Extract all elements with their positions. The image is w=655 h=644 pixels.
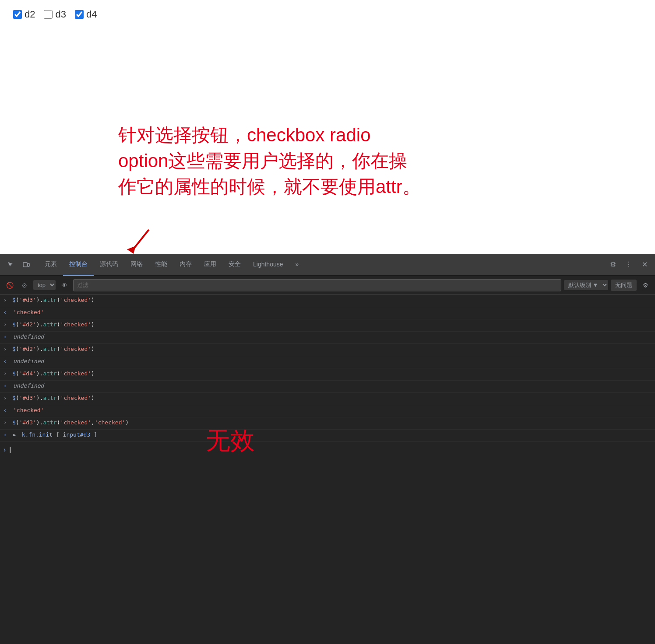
settings-icon[interactable]: ⚙ [606, 258, 620, 272]
device-icon[interactable] [19, 258, 33, 272]
tab-more[interactable]: » [289, 254, 305, 276]
entry-4-wrapper: › $('#d4').attr('checked') 无效 [0, 368, 655, 381]
checkbox-d2-label: d2 [13, 9, 35, 20]
log-entry-6-output: ‹ ► k.fn.init [ input#d3 ] [0, 430, 655, 442]
log-entry-3-output: ‹ undefined [0, 356, 655, 368]
input-arrow-1[interactable]: › [4, 297, 10, 303]
log-output-4: undefined [13, 382, 44, 389]
checkbox-d3[interactable] [44, 10, 53, 19]
checkbox-d4-label: d4 [75, 9, 97, 20]
tab-elements[interactable]: 元素 [39, 254, 63, 276]
checkbox-row: d2 d3 d4 [13, 9, 642, 20]
arrow-icon [123, 228, 158, 254]
devtools-icon-group [4, 258, 33, 272]
checkbox-d2[interactable] [13, 10, 22, 19]
output-arrow-3: ‹ [4, 358, 10, 364]
input-arrow-3[interactable]: › [4, 346, 10, 352]
output-arrow-4: ‹ [4, 383, 10, 389]
annotation-line1: 针对选择按钮，checkbox radio [118, 122, 421, 148]
more-options-icon[interactable]: ⋮ [622, 258, 636, 272]
tab-sources[interactable]: 源代码 [94, 254, 124, 276]
log-level-selector[interactable]: 默认级别 ▼ [564, 280, 608, 290]
log-code-1: $('#d3').attr('checked') [12, 297, 95, 303]
tab-performance[interactable]: 性能 [149, 254, 173, 276]
log-code-4: $('#d4').attr('checked') [12, 370, 95, 377]
svg-rect-3 [28, 263, 29, 266]
tab-lighthouse[interactable]: Lighthouse [247, 254, 289, 276]
tab-network[interactable]: 网络 [124, 254, 149, 276]
log-output-6: ► k.fn.init [ input#d3 ] [13, 431, 97, 438]
console-input-line[interactable]: › | [0, 442, 655, 458]
invalid-annotation: 无效 [206, 424, 255, 458]
input-caret-icon: › [4, 446, 6, 454]
output-arrow-5: ‹ [4, 407, 10, 413]
tab-application[interactable]: 应用 [198, 254, 222, 276]
checkbox-d3-text: d3 [55, 9, 66, 20]
log-entry-3-input: › $('#d2').attr('checked') [0, 344, 655, 356]
output-arrow-1: ‹ [4, 309, 10, 315]
console-toolbar: 🚫 ⊘ top 👁 默认级别 ▼ 无问题 ⚙ [0, 276, 655, 295]
input-arrow-6[interactable]: › [4, 420, 10, 426]
log-output-5: 'checked' [13, 407, 44, 413]
tab-security[interactable]: 安全 [222, 254, 247, 276]
eye-icon[interactable]: 👁 [58, 279, 70, 291]
log-output-2: undefined [13, 333, 44, 340]
log-code-6: $('#d3').attr('checked','checked') [12, 419, 129, 426]
log-entry-4-input: › $('#d4').attr('checked') [0, 368, 655, 381]
console-cursor: | [9, 446, 11, 454]
filter-input[interactable] [73, 279, 561, 291]
close-devtools-icon[interactable]: ✕ [637, 258, 651, 272]
log-code-2: $('#d2').attr('checked') [12, 321, 95, 328]
log-entry-4-output: ‹ undefined [0, 381, 655, 393]
svg-marker-1 [127, 246, 136, 254]
devtools-tabs-bar: 元素 控制台 源代码 网络 性能 内存 应用 安全 Lighthouse » ⚙… [0, 254, 655, 276]
console-log: › $('#d3').attr('checked') ‹ 'checked' ›… [0, 295, 655, 458]
checkbox-d3-label: d3 [44, 9, 66, 20]
clear-console-icon[interactable]: 🚫 [4, 279, 16, 291]
context-selector[interactable]: top [33, 280, 56, 290]
console-settings-icon[interactable]: ⚙ [639, 279, 651, 291]
console-log-wrapper: › $('#d3').attr('checked') ‹ 'checked' ›… [0, 295, 655, 458]
log-code-5: $('#d3').attr('checked') [12, 395, 95, 401]
log-entry-2-output: ‹ undefined [0, 332, 655, 344]
log-output-3: undefined [13, 358, 44, 364]
annotation-line3: 作它的属性的时候，就不要使用attr。 [118, 174, 421, 200]
checkbox-d2-text: d2 [25, 9, 35, 20]
devtools-panel: 元素 控制台 源代码 网络 性能 内存 应用 安全 Lighthouse » ⚙… [0, 254, 655, 644]
log-entry-5-output: ‹ 'checked' [0, 405, 655, 417]
devtools-right-controls: ⚙ ⋮ ✕ [606, 258, 651, 272]
output-arrow-2: ‹ [4, 334, 10, 340]
log-output-1: 'checked' [13, 309, 44, 315]
log-entry-2-input: › $('#d2').attr('checked') [0, 319, 655, 332]
checkbox-d4[interactable] [75, 10, 84, 19]
page-content: d2 d3 d4 针对选择按钮，checkbox radio option这些需… [0, 0, 655, 254]
annotation-line2: option这些需要用户选择的，你在操 [118, 148, 421, 174]
tab-console[interactable]: 控制台 [63, 254, 94, 276]
no-issues-button[interactable]: 无问题 [611, 280, 637, 291]
log-entry-6-input: › $('#d3').attr('checked','checked') [0, 417, 655, 430]
annotation-text: 针对选择按钮，checkbox radio option这些需要用户选择的，你在… [118, 122, 421, 200]
log-entry-1-input: › $('#d3').attr('checked') [0, 295, 655, 307]
input-arrow-2[interactable]: › [4, 322, 10, 328]
inspect-icon[interactable] [4, 258, 18, 272]
svg-rect-2 [23, 262, 27, 267]
output-arrow-6: ‹ [4, 432, 10, 438]
checkbox-d4-text: d4 [86, 9, 97, 20]
tab-memory[interactable]: 内存 [173, 254, 198, 276]
log-entry-1-output: ‹ 'checked' [0, 307, 655, 319]
input-arrow-4[interactable]: › [4, 371, 10, 377]
log-code-3: $('#d2').attr('checked') [12, 346, 95, 352]
stop-icon[interactable]: ⊘ [18, 279, 31, 291]
log-entry-5-input: › $('#d3').attr('checked') [0, 393, 655, 405]
input-arrow-5[interactable]: › [4, 395, 10, 401]
